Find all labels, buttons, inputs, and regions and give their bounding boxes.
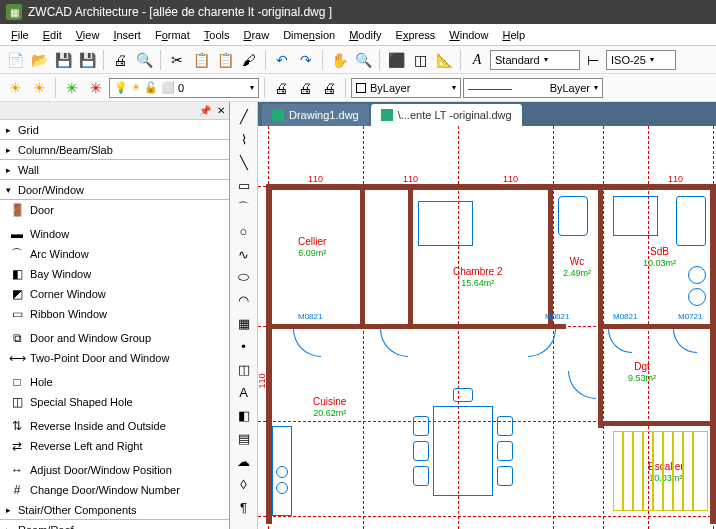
menu-tools[interactable]: Tools <box>197 27 237 43</box>
preview-icon[interactable]: 🔍 <box>133 49 155 71</box>
dimension-label: 110 <box>668 174 683 184</box>
tree-item[interactable]: ⇅Reverse Inside and Outside <box>0 416 229 436</box>
room-cellier: Cellier6.09m² <box>298 236 326 259</box>
room-cuisine: Cuisine20.62m² <box>313 396 346 419</box>
menu-insert[interactable]: Insert <box>106 27 148 43</box>
layer-e-icon[interactable]: 🖨 <box>270 77 292 99</box>
circle-icon[interactable]: ○ <box>233 221 255 241</box>
chair <box>453 388 473 402</box>
tree-item[interactable]: ↔Adjust Door/Window Position <box>0 460 229 480</box>
canvas-area: Drawing1.dwg \...ente LT -original.dwg <box>258 102 716 529</box>
panel-close-icon[interactable]: ✕ <box>217 105 225 116</box>
print-icon[interactable]: 🖨 <box>109 49 131 71</box>
tree-item[interactable]: ⟷Two-Point Door and Window <box>0 348 229 368</box>
text-icon[interactable]: A <box>233 382 255 402</box>
color-combo[interactable]: ByLayer▾ <box>351 78 461 98</box>
save-icon[interactable]: 💾 <box>52 49 74 71</box>
layer-b-icon[interactable]: ☀ <box>28 77 50 99</box>
category-row[interactable]: ▸Stair/Other Components <box>0 500 229 520</box>
window-title: ZWCAD Architecture - [allée de charente … <box>28 5 332 19</box>
tool-a-icon[interactable]: ⬛ <box>385 49 407 71</box>
dim-style-icon[interactable]: ⊢ <box>582 49 604 71</box>
category-row[interactable]: ▸Grid <box>0 120 229 140</box>
tree-item[interactable]: ⇄Reverse Left and Right <box>0 436 229 456</box>
category-row[interactable]: ▸Column/Beam/Slab <box>0 140 229 160</box>
hatch-icon[interactable]: ▦ <box>233 313 255 333</box>
block-icon[interactable]: ◫ <box>233 359 255 379</box>
tree-item[interactable]: ◩Corner Window <box>0 284 229 304</box>
copy-icon[interactable]: 📋 <box>190 49 212 71</box>
table-icon[interactable]: ▤ <box>233 428 255 448</box>
menu-edit[interactable]: Edit <box>36 27 69 43</box>
text-style-combo[interactable]: Standard▾ <box>490 50 580 70</box>
undo-icon[interactable]: ↶ <box>271 49 293 71</box>
arc-icon: ⌒ <box>8 246 26 263</box>
tree-item[interactable]: ▬Window <box>0 224 229 244</box>
tree-item[interactable]: ⧉Door and Window Group <box>0 328 229 348</box>
layer-c-icon[interactable]: ✳ <box>61 77 83 99</box>
chair <box>497 441 513 461</box>
rect-icon[interactable]: ▭ <box>233 175 255 195</box>
layer-a-icon[interactable]: ☀ <box>4 77 26 99</box>
pan-icon[interactable]: ✋ <box>328 49 350 71</box>
zoom-icon[interactable]: 🔍 <box>352 49 374 71</box>
tool-c-icon[interactable]: 📐 <box>433 49 455 71</box>
category-row[interactable]: ▸Wall <box>0 160 229 180</box>
tree-item[interactable]: □Hole <box>0 372 229 392</box>
layer-f-icon[interactable]: 🖨 <box>294 77 316 99</box>
menu-file[interactable]: File <box>4 27 36 43</box>
tree-item[interactable]: ◧Bay Window <box>0 264 229 284</box>
menu-dimension[interactable]: Dimension <box>276 27 342 43</box>
ellipse-arc-icon[interactable]: ◠ <box>233 290 255 310</box>
xline-icon[interactable]: ╲ <box>233 152 255 172</box>
mtext-icon[interactable]: ¶ <box>233 497 255 517</box>
tab-original[interactable]: \...ente LT -original.dwg <box>371 104 522 126</box>
menu-help[interactable]: Help <box>495 27 532 43</box>
linetype-combo[interactable]: ———— ByLayer▾ <box>463 78 603 98</box>
saveas-icon[interactable]: 💾 <box>76 49 98 71</box>
tree-item[interactable]: 🚪Door <box>0 200 229 220</box>
tab-drawing1[interactable]: Drawing1.dwg <box>262 104 369 126</box>
polyline-icon[interactable]: ⌇ <box>233 129 255 149</box>
app-logo-icon: ▦ <box>6 4 22 20</box>
spline-icon[interactable]: ∿ <box>233 244 255 264</box>
menu-draw[interactable]: Draw <box>236 27 276 43</box>
room-sdb: SdB10.03m² <box>643 246 676 269</box>
match-icon[interactable]: 🖌 <box>238 49 260 71</box>
num-icon: # <box>8 483 26 497</box>
bay-icon: ◧ <box>8 267 26 281</box>
menu-express[interactable]: Express <box>389 27 443 43</box>
tree-item[interactable]: #Change Door/Window Number <box>0 480 229 500</box>
text-style-icon[interactable]: A <box>466 49 488 71</box>
menu-format[interactable]: Format <box>148 27 197 43</box>
panel-pin-icon[interactable]: 📌 <box>199 105 211 116</box>
point-icon[interactable]: • <box>233 336 255 356</box>
open-icon[interactable]: 📂 <box>28 49 50 71</box>
menu-modify[interactable]: Modify <box>342 27 388 43</box>
tree-item[interactable]: ◫Special Shaped Hole <box>0 392 229 412</box>
tool-b-icon[interactable]: ◫ <box>409 49 431 71</box>
arc2-icon[interactable]: ⌒ <box>233 198 255 218</box>
layer-combo[interactable]: 💡☀🔓⬜ 0▾ <box>109 78 259 98</box>
menu-window[interactable]: Window <box>442 27 495 43</box>
dim-style-combo[interactable]: ISO-25▾ <box>606 50 676 70</box>
layer-d-icon[interactable]: ✳ <box>85 77 107 99</box>
line-icon[interactable]: ╱ <box>233 106 255 126</box>
layer-g-icon[interactable]: 🖨 <box>318 77 340 99</box>
tree-item[interactable]: ⌒Arc Window <box>0 244 229 264</box>
cut-icon[interactable]: ✂ <box>166 49 188 71</box>
category-row[interactable]: ▾Door/Window <box>0 180 229 200</box>
paste-icon[interactable]: 📋 <box>214 49 236 71</box>
new-icon[interactable]: 📄 <box>4 49 26 71</box>
tree-item[interactable]: ▭Ribbon Window <box>0 304 229 324</box>
ellipse-icon[interactable]: ⬭ <box>233 267 255 287</box>
region-icon[interactable]: ◧ <box>233 405 255 425</box>
menu-view[interactable]: View <box>69 27 107 43</box>
revcloud-icon[interactable]: ☁ <box>233 451 255 471</box>
redo-icon[interactable]: ↷ <box>295 49 317 71</box>
burner <box>276 466 288 478</box>
chair <box>413 466 429 486</box>
category-row[interactable]: ▸Room/Roof <box>0 520 229 529</box>
drawing-canvas[interactable]: 110 110 110 110 110 Cellier6.09m² Chambr… <box>258 126 716 529</box>
wipeout-icon[interactable]: ◊ <box>233 474 255 494</box>
